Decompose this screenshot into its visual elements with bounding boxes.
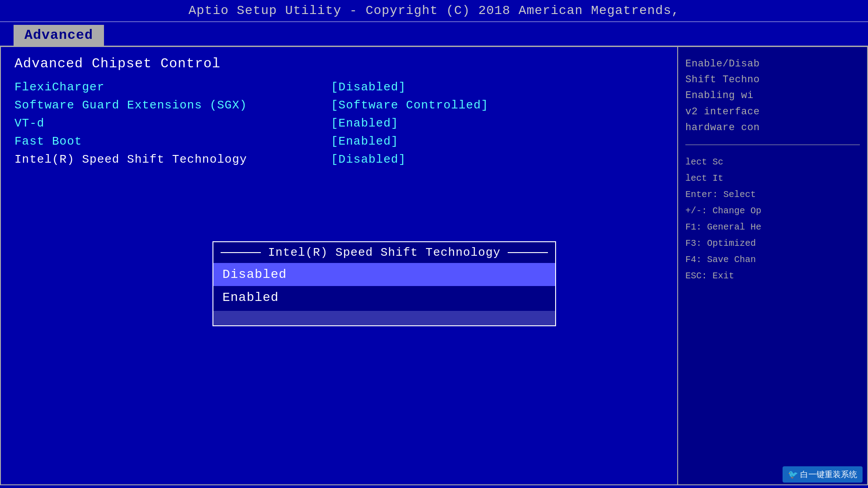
key-help-change: +/-: Change Op [685, 206, 761, 216]
popup-option-enabled[interactable]: Enabled [213, 286, 555, 309]
value-fastboot: [Enabled] [331, 135, 398, 148]
popup-title-line-right [508, 252, 548, 253]
setting-row-vtd[interactable]: VT-d [Enabled] [14, 117, 664, 130]
title-text: Aptio Setup Utility - Copyright (C) 2018… [189, 4, 679, 18]
label-vtd: VT-d [14, 117, 331, 130]
label-speedshift: Intel(R) Speed Shift Technology [14, 153, 331, 166]
title-bar: Aptio Setup Utility - Copyright (C) 2018… [0, 0, 868, 22]
desc-line-0: Enable/Disab [685, 58, 760, 70]
label-fastboot: Fast Boot [14, 135, 331, 148]
popup-overlay: Intel(R) Speed Shift Technology Disabled… [1, 47, 677, 484]
content-panel: Advanced Chipset Control FlexiCharger [D… [0, 47, 678, 485]
popup-title-text: Intel(R) Speed Shift Technology [261, 246, 508, 259]
key-help-esc: ESC: Exit [685, 271, 734, 281]
tab-bar: Advanced [0, 22, 868, 47]
setting-row-fastboot[interactable]: Fast Boot [Enabled] [14, 135, 664, 148]
key-help-f4: F4: Save Chan [685, 254, 756, 265]
section-header: Advanced Chipset Control [14, 56, 664, 71]
label-sgx: Software Guard Extensions (SGX) [14, 99, 331, 112]
popup-bottom-bar [213, 311, 555, 325]
key-help-f1: F1: General He [685, 222, 761, 232]
main-area: Advanced Chipset Control FlexiCharger [D… [0, 47, 868, 485]
setting-row-flexicharger[interactable]: FlexiCharger [Disabled] [14, 80, 664, 94]
right-panel: Enable/Disab Shift Techno Enabling wi v2… [678, 47, 868, 485]
value-vtd: [Enabled] [331, 117, 398, 130]
desc-line-3: v2 interface [685, 106, 760, 117]
key-help-0: lect Sc [685, 157, 723, 167]
popup-dialog: Intel(R) Speed Shift Technology Disabled… [212, 241, 556, 326]
value-sgx: [Software Controlled] [331, 99, 489, 112]
watermark-icon: 🐦 [788, 470, 798, 479]
watermark: 🐦 白一键重装系统 [783, 466, 863, 483]
tab-advanced[interactable]: Advanced [14, 25, 104, 46]
setting-row-sgx[interactable]: Software Guard Extensions (SGX) [Softwar… [14, 99, 664, 112]
watermark-text: 白一键重装系统 [800, 470, 857, 479]
desc-line-4: hardware con [685, 122, 760, 133]
desc-line-2: Enabling wi [685, 90, 754, 101]
desc-line-1: Shift Techno [685, 74, 760, 85]
popup-option-disabled[interactable]: Disabled [213, 263, 555, 286]
key-help-section: lect Sc lect It Enter: Select +/-: Chang… [685, 154, 860, 284]
right-divider-top [685, 145, 860, 145]
popup-title-bar: Intel(R) Speed Shift Technology [213, 242, 555, 263]
key-help-enter: Enter: Select [685, 189, 756, 200]
right-panel-description: Enable/Disab Shift Techno Enabling wi v2… [685, 56, 860, 136]
setting-row-speedshift[interactable]: Intel(R) Speed Shift Technology [Disable… [14, 153, 664, 166]
value-speedshift: [Disabled] [331, 153, 406, 166]
popup-title-line-left [221, 252, 261, 253]
label-flexicharger: FlexiCharger [14, 80, 331, 94]
value-flexicharger: [Disabled] [331, 80, 406, 94]
key-help-f3: F3: Optimized [685, 238, 756, 249]
key-help-1: lect It [685, 173, 723, 183]
